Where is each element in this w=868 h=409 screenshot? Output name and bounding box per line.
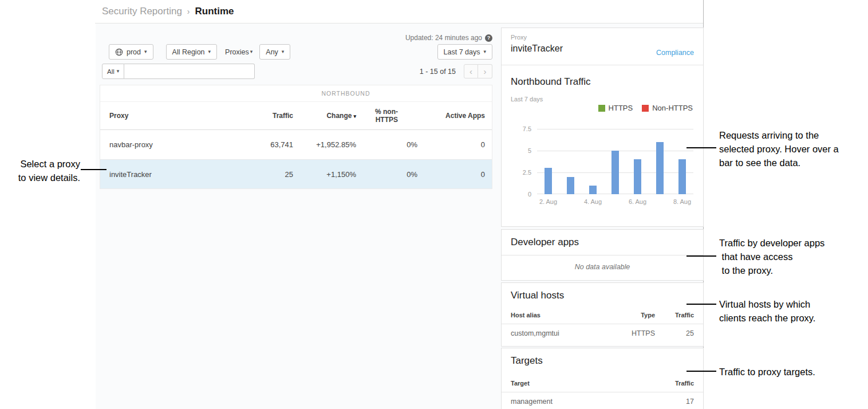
callout-line (686, 147, 716, 148)
column-header-proxy[interactable]: Proxy (100, 112, 266, 120)
header-divider (95, 23, 703, 23)
globe-icon (115, 48, 123, 56)
cell-traffic: 25 (655, 329, 694, 337)
column-header-active-apps[interactable]: Active Apps (425, 112, 493, 120)
bar-slot[interactable] (559, 129, 582, 194)
region-dropdown[interactable]: All Region ▾ (166, 44, 218, 60)
proxies-label: Proxies (225, 48, 249, 56)
divider (502, 324, 703, 324)
date-range-dropdown[interactable]: Last 7 days ▾ (437, 44, 492, 60)
y-tick-label: 2.5 (502, 169, 531, 176)
chevron-left-icon: ‹ (469, 66, 472, 76)
chevron-right-icon: › (484, 66, 487, 76)
legend-label-non-https: Non-HTTPS (652, 104, 693, 112)
target-row: management 17 (511, 398, 694, 406)
legend-item-https[interactable]: HTTPS (598, 104, 633, 112)
x-tick-label: 2. Aug (537, 198, 559, 205)
virtual-hosts-title: Virtual hosts (511, 290, 564, 301)
pagination-prev-button[interactable]: ‹ (464, 64, 478, 78)
y-tick-label: 0 (502, 191, 531, 198)
targets-header-row: Target Traffic (511, 380, 694, 387)
cell-proxy-name: navbar-proxy (100, 140, 266, 149)
bar-slot[interactable] (649, 129, 671, 194)
divider (502, 255, 703, 255)
table-row[interactable]: navbar-proxy 63,741 +1,952.85% 0% 0 (100, 130, 492, 159)
breadcrumb-chevron-icon: › (187, 7, 190, 16)
bar-plot (537, 129, 693, 194)
help-icon[interactable]: ? (485, 34, 492, 42)
search-scope-label: All (107, 68, 115, 75)
updated-status: Updated: 24 minutes ago ? (321, 34, 492, 42)
column-header-non-https[interactable]: % non-HTTPS (364, 108, 425, 124)
divider (502, 65, 703, 65)
column-header-traffic: Traffic (655, 312, 694, 318)
cell-active-apps: 0 (425, 170, 493, 179)
bar-slot[interactable] (626, 129, 649, 194)
environment-label: prod (127, 48, 141, 56)
cell-active-apps: 0 (425, 140, 493, 149)
callout-line (81, 169, 106, 170)
group-header-northbound: NORTHBOUND (266, 90, 425, 97)
bar[interactable] (656, 142, 664, 194)
column-header-traffic[interactable]: Traffic (266, 112, 301, 120)
cell-proxy-name: inviteTracker (100, 170, 266, 179)
legend-item-non-https[interactable]: Non-HTTPS (642, 104, 693, 112)
x-tick-label (649, 198, 671, 205)
bar-slot[interactable] (582, 129, 604, 194)
x-tick-label: 8. Aug (671, 198, 693, 205)
annotation-select-proxy: Select a proxy to view details. (0, 157, 80, 184)
virtual-hosts-card: Virtual hosts Host alias Type Traffic cu… (501, 282, 704, 347)
callout-line (686, 255, 716, 257)
x-tick-label (604, 198, 626, 205)
targets-title: Targets (511, 355, 543, 367)
caret-down-icon: ▾ (208, 49, 211, 54)
compliance-link[interactable]: Compliance (656, 49, 694, 57)
y-tick-label: 7.5 (502, 125, 531, 132)
cell-non-https: 0% (364, 140, 425, 149)
cell-traffic: 17 (655, 398, 694, 406)
pagination-label: 1 - 15 of 15 (420, 68, 456, 76)
column-header-host-alias: Host alias (511, 312, 603, 318)
bar[interactable] (611, 151, 619, 194)
search-scope-dropdown[interactable]: All ▾ (102, 64, 124, 79)
bar[interactable] (545, 168, 552, 194)
divider (502, 392, 703, 392)
bar[interactable] (678, 159, 686, 194)
x-tick-label (559, 198, 582, 205)
proxy-detail-card: Proxy inviteTracker Compliance Northboun… (501, 27, 704, 227)
table-header-row: Proxy Traffic Change▾ % non-HTTPS Active… (100, 102, 492, 130)
column-header-traffic: Traffic (655, 380, 694, 387)
legend-label-https: HTTPS (609, 104, 633, 112)
y-axis: 7.5 5 2.5 0 (502, 129, 531, 194)
bar-slot[interactable] (604, 129, 626, 194)
caret-down-icon: ▾ (144, 49, 147, 54)
pagination-next-button[interactable]: › (478, 64, 492, 78)
virtual-hosts-header-row: Host alias Type Traffic (511, 312, 694, 318)
column-header-target: Target (511, 380, 655, 387)
bar-slot[interactable] (537, 129, 559, 194)
virtual-host-row: custom,mgmtui HTTPS 25 (511, 329, 694, 337)
proxies-dropdown[interactable]: Proxies ▾ (225, 48, 252, 56)
developer-apps-title: Developer apps (511, 237, 579, 248)
legend-swatch-non-https (642, 105, 649, 112)
bar-slot[interactable] (671, 129, 693, 194)
environment-dropdown[interactable]: prod ▾ (109, 44, 153, 60)
column-header-change[interactable]: Change▾ (301, 112, 364, 120)
caret-down-icon: ▾ (117, 69, 120, 74)
bar[interactable] (634, 159, 641, 194)
search-input[interactable] (124, 64, 255, 79)
callout-line (686, 304, 716, 305)
breadcrumb-parent[interactable]: Security Reporting (102, 6, 182, 17)
table-row-selected[interactable]: inviteTracker 25 +1,150% 0% 0 (100, 159, 492, 188)
bar[interactable] (589, 186, 597, 194)
x-tick-label: 6. Aug (626, 198, 649, 205)
annotation-virtual-hosts: Virtual hosts by which clients reach the… (719, 297, 815, 325)
caret-down-icon: ▾ (282, 49, 285, 54)
bar[interactable] (567, 177, 574, 194)
any-filter-dropdown[interactable]: Any ▾ (259, 44, 290, 60)
caret-down-icon: ▾ (250, 49, 253, 54)
filter-toolbar: prod ▾ All Region ▾ Proxies ▾ Any ▾ Last… (109, 44, 492, 60)
annotation-targets: Traffic to proxy targets. (719, 365, 815, 379)
cell-target: management (511, 398, 655, 406)
caret-down-icon: ▾ (483, 49, 486, 54)
